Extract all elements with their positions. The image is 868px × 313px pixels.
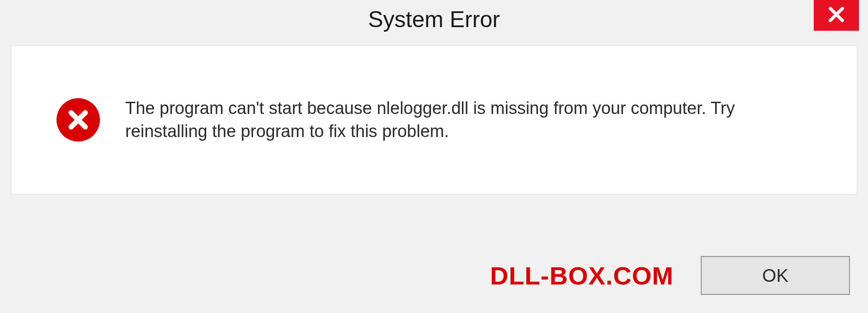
dialog-title: System Error <box>368 6 500 33</box>
watermark-text: DLL-BOX.COM <box>490 261 674 290</box>
dialog-footer: DLL-BOX.COM OK <box>0 256 868 295</box>
error-circle-x-icon <box>57 98 100 142</box>
dialog-body: The program can't start because nlelogge… <box>11 45 857 194</box>
titlebar: System Error <box>0 0 868 45</box>
error-message: The program can't start because nlelogge… <box>125 97 758 143</box>
close-button[interactable] <box>814 0 859 31</box>
ok-button[interactable]: OK <box>701 256 850 295</box>
close-icon <box>827 5 845 25</box>
